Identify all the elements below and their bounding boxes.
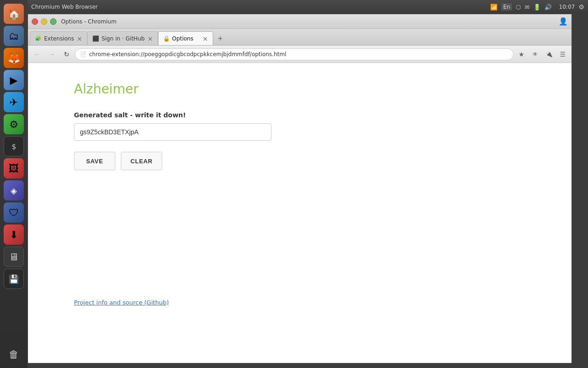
- menu-icon[interactable]: ☰: [557, 48, 569, 60]
- tab-github[interactable]: ⬛ Sign in · GitHub ×: [87, 31, 158, 45]
- browser-window: Options - Chromium 👤 🧩 Extensions × ⬛ Si…: [28, 14, 572, 363]
- clear-button[interactable]: CLEAR: [121, 152, 162, 170]
- save-button[interactable]: SAVE: [74, 152, 115, 170]
- page-icon: 📄: [80, 51, 86, 57]
- bluetooth-icon: ⬡: [516, 4, 521, 11]
- taskbar-icon-screen[interactable]: 🖥: [4, 247, 24, 267]
- taskbar-icon-3d[interactable]: ◈: [4, 180, 24, 201]
- toolbar: ← → ↻ 📄 chrome-extension://poeggopdicgbc…: [28, 46, 571, 63]
- volume-icon: 🔊: [544, 4, 552, 11]
- taskbar-icon-storage[interactable]: 💾: [4, 269, 24, 289]
- window-minimize-button[interactable]: [41, 18, 47, 25]
- page-content: Alzheimer Generated salt - write it down…: [28, 63, 571, 363]
- browser-title: Options - Chromium: [61, 18, 556, 25]
- back-button[interactable]: ←: [31, 48, 44, 61]
- mail-icon: ✉: [525, 4, 530, 11]
- tab-options[interactable]: 🔒 Options ×: [158, 31, 213, 45]
- taskbar-icon-telegram[interactable]: ✈: [4, 92, 24, 112]
- tab-extensions-label: Extensions: [44, 35, 74, 42]
- taskbar-icon-terminal[interactable]: $: [4, 136, 24, 156]
- tab-bar: 🧩 Extensions × ⬛ Sign in · GitHub × 🔒 Op…: [28, 29, 571, 46]
- clock: 10:07: [559, 4, 575, 10]
- tab-options-label: Options: [172, 35, 200, 42]
- reload-button[interactable]: ↻: [60, 48, 73, 61]
- toolbar-end-icons: ★ 👁 🔌 ☰: [515, 48, 569, 60]
- taskbar-icon-home[interactable]: 🏠: [4, 4, 24, 24]
- bookmark-icon[interactable]: ★: [515, 48, 527, 60]
- window-maximize-button[interactable]: [50, 18, 57, 25]
- taskbar-icon-photo[interactable]: 🖼: [4, 158, 24, 178]
- button-row: SAVE CLEAR: [74, 152, 526, 170]
- taskbar-icon-files[interactable]: 🗂: [4, 26, 24, 46]
- tab-github-close[interactable]: ×: [147, 35, 153, 42]
- salt-input[interactable]: [74, 123, 271, 141]
- new-tab-button[interactable]: +: [214, 32, 227, 45]
- settings-icon[interactable]: ⚙: [578, 3, 584, 11]
- keyboard-layout[interactable]: En: [501, 3, 512, 11]
- extensions-favicon: 🧩: [35, 35, 41, 42]
- extension-icon[interactable]: 🔌: [543, 48, 555, 60]
- tab-options-close[interactable]: ×: [203, 35, 208, 42]
- form-section: Generated salt - write it down!: [74, 111, 526, 141]
- system-bar-icons: 📶 En ⬡ ✉ 🔋 🔊 10:07 ⚙: [490, 3, 584, 11]
- battery-icon: 🔋: [533, 4, 541, 11]
- forward-button[interactable]: →: [45, 48, 58, 61]
- taskbar-icon-video[interactable]: ▶: [4, 70, 24, 90]
- taskbar-icon-system[interactable]: ⚙: [4, 114, 24, 134]
- window-close-button[interactable]: [32, 18, 38, 25]
- system-bar: Chromium Web Browser 📶 En ⬡ ✉ 🔋 🔊 10:07 …: [28, 0, 588, 14]
- wifi-icon: 📶: [490, 4, 498, 11]
- tab-github-label: Sign in · GitHub: [102, 35, 145, 42]
- reader-icon[interactable]: 👁: [529, 48, 541, 60]
- salt-label: Generated salt - write it down!: [74, 111, 526, 119]
- github-favicon: ⬛: [92, 35, 99, 42]
- tab-extensions-close[interactable]: ×: [77, 35, 82, 42]
- profile-icon[interactable]: 👤: [559, 17, 568, 26]
- taskbar: 🏠 🗂 🦊 ▶ ✈ ⚙ $ 🖼 ◈ 🛡 ⬇ 🖥 💾 🗑: [0, 0, 28, 368]
- system-bar-title: Chromium Web Browser: [31, 4, 490, 10]
- taskbar-icon-shield[interactable]: 🛡: [4, 202, 24, 223]
- taskbar-icon-trash[interactable]: 🗑: [4, 344, 24, 364]
- tab-extensions[interactable]: 🧩 Extensions ×: [30, 31, 87, 45]
- options-favicon: 🔒: [163, 35, 170, 42]
- title-bar: Options - Chromium 👤: [28, 14, 571, 29]
- taskbar-icon-firefox[interactable]: 🦊: [4, 48, 24, 68]
- address-bar[interactable]: 📄 chrome-extension://poeggopdicgbcodpcpk…: [75, 48, 514, 60]
- page-heading: Alzheimer: [74, 81, 526, 97]
- taskbar-icon-download[interactable]: ⬇: [4, 224, 24, 245]
- github-link[interactable]: Project info and source (Github): [74, 299, 169, 306]
- address-text: chrome-extension://poeggopdicgbcodpcpkkc…: [89, 51, 509, 58]
